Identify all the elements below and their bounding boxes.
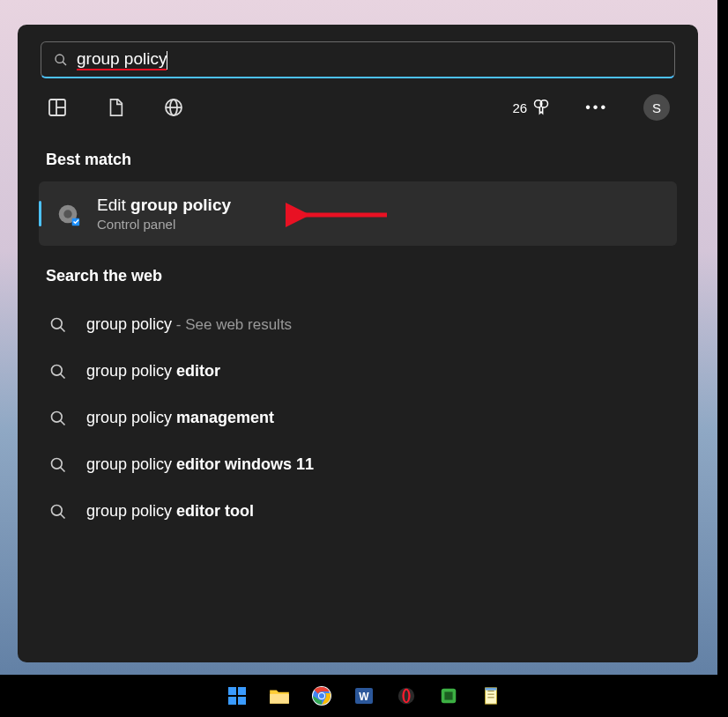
svg-rect-24 [228,687,236,695]
svg-line-23 [61,514,65,518]
svg-point-20 [52,458,63,469]
svg-point-18 [52,411,63,422]
search-icon [49,456,67,474]
best-match-subtitle: Control panel [97,217,231,232]
search-bar[interactable]: group policy [41,41,675,78]
web-result-item[interactable]: group policy editor windows 11 [48,441,668,488]
app-green-icon[interactable] [437,684,460,707]
svg-line-21 [61,467,65,471]
svg-point-32 [319,693,324,699]
best-match-title-prefix: Edit [97,196,130,214]
search-icon [49,316,67,334]
svg-text:W: W [359,691,369,703]
web-result-bold: management [176,409,274,426]
web-result-item[interactable]: group policy - See web results [48,301,668,348]
more-options-icon[interactable]: ••• [585,100,608,115]
rewards-count: 26 [513,100,528,115]
search-icon [54,53,68,67]
search-scope-tabs: 26 ••• S [32,78,684,129]
web-result-bold: editor [176,362,220,380]
apps-tab-icon[interactable] [46,96,69,119]
text-caret [167,51,167,70]
user-avatar[interactable]: S [643,94,670,121]
gear-icon [55,201,81,227]
start-button-icon[interactable] [226,684,249,707]
selection-accent [39,201,41,226]
web-tab-icon[interactable] [162,96,185,119]
web-result-plain: group policy [86,315,172,333]
svg-point-11 [63,210,71,218]
search-web-heading: Search the web [32,246,684,298]
svg-point-0 [56,55,63,63]
web-result-bold: editor windows 11 [176,455,314,473]
web-result-item[interactable]: group policy editor tool [48,488,668,535]
opera-icon[interactable] [395,684,418,707]
rewards-badge[interactable]: 26 [513,99,551,116]
svg-line-15 [61,327,65,331]
svg-line-1 [63,62,66,65]
windows-search-panel: group policy 26 ••• S [18,25,698,662]
svg-point-16 [52,365,63,375]
annotation-arrow-icon [286,197,391,233]
avatar-initial: S [652,100,661,115]
taskbar: W [0,675,728,717]
web-result-plain: group policy [86,502,176,520]
search-icon [49,503,67,521]
svg-line-17 [61,373,65,378]
web-result-item[interactable]: group policy management [48,395,668,441]
chrome-icon[interactable] [310,684,333,707]
svg-rect-25 [238,687,246,695]
documents-tab-icon[interactable] [104,96,127,119]
best-match-title-bold: group policy [130,196,231,214]
svg-point-37 [405,691,409,702]
web-result-bold: editor tool [176,502,254,520]
search-input[interactable]: group policy [77,49,662,70]
svg-rect-27 [238,697,246,705]
web-result-plain: group policy [86,455,176,473]
word-icon[interactable]: W [353,684,375,707]
svg-point-14 [52,318,63,329]
desktop-right-strip [717,0,728,675]
web-result-hint: - See web results [172,316,292,333]
best-match-text: Edit group policy Control panel [97,196,231,232]
svg-line-19 [61,420,65,425]
svg-rect-44 [486,688,497,691]
search-icon [49,410,67,427]
web-result-plain: group policy [86,362,176,380]
svg-point-22 [52,505,63,515]
rewards-icon [532,99,550,116]
web-result-item[interactable]: group policy editor [48,348,668,395]
web-result-plain: group policy [86,409,176,426]
notepad-icon[interactable] [479,684,502,707]
best-match-result[interactable]: Edit group policy Control panel [39,181,677,246]
svg-rect-28 [270,694,289,704]
file-explorer-icon[interactable] [268,684,291,707]
svg-rect-39 [444,691,452,699]
best-match-heading: Best match [32,129,684,181]
web-results-list: group policy - See web results group pol… [32,298,684,538]
search-icon [49,363,67,381]
svg-rect-26 [228,697,236,705]
